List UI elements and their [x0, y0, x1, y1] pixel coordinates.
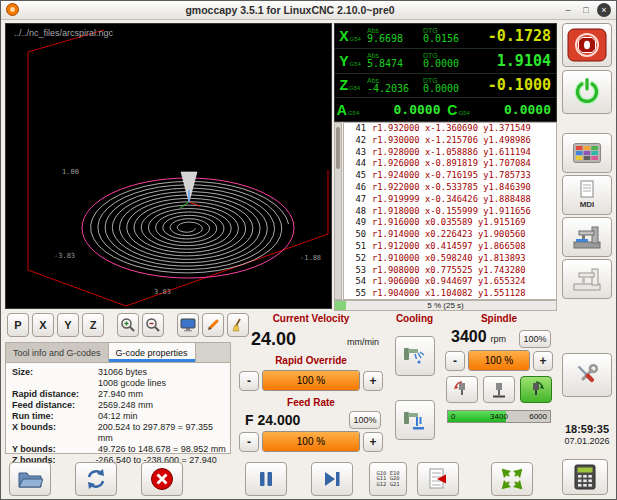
spindle-override-slider[interactable]: 100 % — [468, 350, 530, 371]
machine-settings-button[interactable] — [562, 217, 612, 257]
feed-override-slider[interactable]: 100 % — [262, 431, 360, 452]
gcode-line[interactable]: 52r1.910000 x0.598240 y1.813893 — [344, 253, 556, 265]
gcode-line[interactable]: 41r1.932000 x-1.360690 y1.371549 — [344, 123, 556, 135]
gcode-line-text: r1.914000 x0.226423 y1.900560 — [372, 229, 526, 241]
mdi-mode-button[interactable]: MDI — [562, 175, 612, 215]
gcode-line-number: 53 — [344, 265, 366, 277]
fullscreen-button[interactable] — [491, 462, 533, 496]
property-row: Run time:04:12 min — [6, 411, 230, 422]
rapid-override-title: Rapid Override — [235, 354, 387, 368]
gcode-line[interactable]: 49r1.916000 x0.035589 y1.915169 — [344, 217, 556, 229]
gcode-scrollbar[interactable] — [334, 122, 342, 300]
gcode-line-number: 54 — [344, 276, 366, 288]
spindle-decrease-button[interactable]: - — [445, 351, 465, 371]
gcode-line-text: r1.904000 x1.104082 y1.551128 — [372, 288, 526, 300]
feed-decrease-button[interactable]: - — [239, 432, 259, 452]
svg-text:-3.83: -3.83 — [54, 252, 75, 260]
feed-reset-button[interactable]: 100% — [349, 411, 381, 429]
property-row: Rapid distance:27.940 mm — [6, 389, 230, 400]
minimize-button[interactable]: – — [561, 3, 575, 17]
tab-gcode-properties[interactable]: G-code properties — [109, 343, 196, 362]
dro-axis-x[interactable]: XG54 Abs9.6698 DTG0.0156 -0.1728 — [335, 24, 556, 49]
gcode-line[interactable]: 54r1.906000 x0.944697 y1.655324 — [344, 276, 556, 288]
zoom-out-button[interactable] — [142, 313, 164, 337]
cnc-machine-icon — [572, 223, 602, 251]
open-file-button[interactable] — [9, 462, 51, 496]
reload-icon — [84, 467, 108, 491]
tab-row: Tool info and G-codes G-code properties — [6, 343, 230, 363]
mist-button[interactable] — [395, 336, 435, 376]
gcode-list[interactable]: 41r1.932000 x-1.360690 y1.37154942r1.930… — [343, 122, 557, 300]
dro-axis-y[interactable]: YG54 Abs5.8474 DTG0.0000 1.9104 — [335, 49, 556, 74]
spindle-left-button[interactable] — [446, 376, 478, 403]
view-x-button[interactable]: X — [32, 313, 54, 337]
toggle-dimensions-button[interactable] — [177, 313, 199, 337]
gcode-line-text: r1.926000 x-0.891819 y1.707084 — [372, 158, 531, 170]
rapid-increase-button[interactable]: + — [363, 371, 383, 391]
property-value: 2569.248 mm — [98, 400, 153, 411]
svg-text:3.83: 3.83 — [154, 288, 171, 296]
gcode-line[interactable]: 53r1.908000 x0.775525 y1.743280 — [344, 265, 556, 277]
abs-column: Abs-4.2036 — [365, 77, 421, 94]
dro-axis-ac[interactable]: AG54 0.0000 CG54 0.0000 — [335, 98, 556, 121]
view-perspective-button[interactable]: P — [7, 313, 29, 337]
tool-settings-button[interactable] — [562, 259, 612, 299]
dro-value-y: 1.9104 — [477, 52, 556, 70]
cooling-title: Cooling — [391, 312, 438, 326]
pause-button[interactable] — [245, 462, 287, 496]
dro-axis-z[interactable]: ZG54 Abs-4.2036 DTG0.0000 -0.1000 — [335, 74, 556, 99]
gcode-line[interactable]: 46r1.922000 x-0.533785 y1.846390 — [344, 182, 556, 194]
settings-button[interactable] — [562, 353, 612, 397]
gcode-line-number: 49 — [344, 217, 366, 229]
tab-tool-info[interactable]: Tool info and G-codes — [6, 343, 109, 362]
spindle-right-button[interactable] — [520, 376, 552, 403]
gremlin-preview[interactable]: 1.00 3.83 -3.83 -1.88 ../../nc_files/arc… — [5, 23, 332, 309]
flood-button[interactable] — [395, 400, 435, 440]
titlebar[interactable]: gmoccapy 3.5.1 for LinuxCNC 2.10.0~pre0 … — [1, 1, 616, 20]
spindle-rpm-bar: 0 3400 6000 — [447, 410, 551, 423]
machine-on-button[interactable] — [562, 70, 612, 114]
spindle-rpm-row: 3400 rpm 100% — [441, 326, 557, 348]
scrollbar-thumb[interactable] — [336, 127, 340, 169]
zoom-in-button[interactable] — [117, 313, 139, 337]
current-velocity-frame: Current Velocity 24.00 mm/min — [235, 312, 387, 354]
gcode-line[interactable]: 48r1.918000 x-0.155999 y1.911656 — [344, 206, 556, 218]
spindle-increase-button[interactable]: + — [533, 351, 553, 371]
close-button[interactable]: × — [597, 3, 611, 17]
stop-button[interactable] — [141, 462, 183, 496]
property-label: X bounds: — [12, 422, 98, 444]
gcode-btn-line: G12 G21 — [376, 482, 399, 488]
gcode-line[interactable]: 43r1.928000 x-1.058886 y1.611194 — [344, 147, 556, 159]
velocity-value: 24.00 — [251, 329, 296, 350]
gcode-line[interactable]: 45r1.924000 x-0.716195 y1.785733 — [344, 170, 556, 182]
calculator-button[interactable] — [562, 459, 608, 495]
reload-file-button[interactable] — [75, 462, 117, 496]
gcode-line[interactable]: 50r1.914000 x0.226423 y1.900560 — [344, 229, 556, 241]
rapid-decrease-button[interactable]: - — [239, 371, 259, 391]
gcode-line-text: r1.916000 x0.035589 y1.915169 — [372, 217, 526, 229]
gcode-view-button[interactable]: G10 E10 G11 G20 G12 G21 — [369, 462, 407, 496]
run-from-line-button[interactable] — [417, 462, 459, 496]
view-y-button[interactable]: Y — [57, 313, 79, 337]
feed-rate-title: Feed Rate — [235, 396, 387, 410]
step-button[interactable] — [311, 462, 353, 496]
gcode-line[interactable]: 51r1.912000 x0.414597 y1.866508 — [344, 241, 556, 253]
rpm-scale-min: 0 — [451, 412, 455, 421]
gcode-line[interactable]: 42r1.930000 x-1.215706 y1.498986 — [344, 135, 556, 147]
maximize-button[interactable]: □ — [579, 3, 593, 17]
rapid-percent-label: 100 % — [263, 371, 359, 390]
rapid-override-slider[interactable]: 100 % — [262, 370, 360, 391]
gcode-line[interactable]: 55r1.904000 x1.104082 y1.551128 — [344, 288, 556, 300]
gcode-line-number: 42 — [344, 135, 366, 147]
estop-button[interactable] — [562, 23, 612, 67]
edit-gcode-button[interactable] — [202, 313, 224, 337]
gcode-line[interactable]: 44r1.926000 x-0.891819 y1.707084 — [344, 158, 556, 170]
view-z-button[interactable]: Z — [82, 313, 104, 337]
zoom-in-icon — [120, 317, 136, 333]
keyboard-button[interactable] — [562, 133, 612, 173]
spindle-reset-button[interactable]: 100% — [519, 330, 551, 348]
feed-increase-button[interactable]: + — [363, 432, 383, 452]
spindle-stop-button[interactable] — [483, 376, 515, 403]
gcode-line[interactable]: 47r1.919999 x-0.346426 y1.888488 — [344, 194, 556, 206]
monitor-icon — [180, 318, 196, 332]
